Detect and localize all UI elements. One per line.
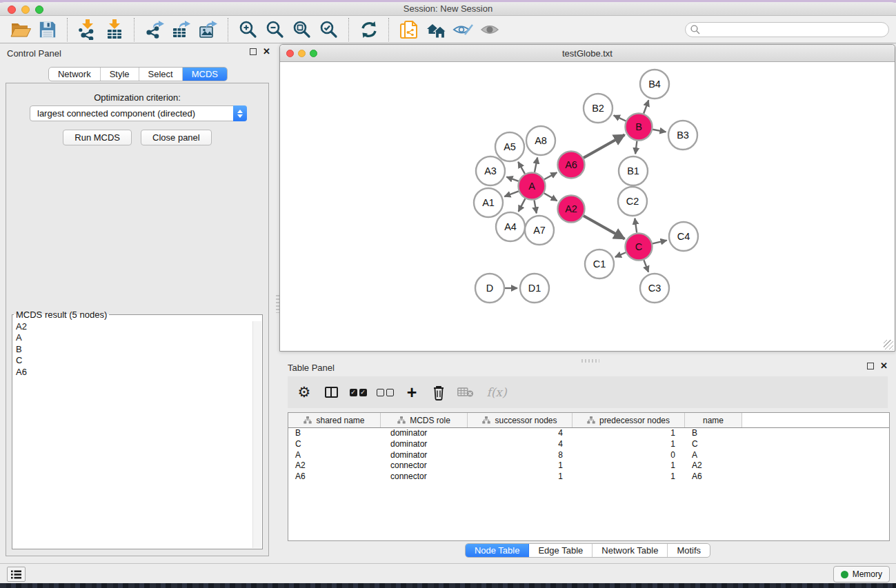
mcds-result-item[interactable]: A2 (13, 321, 252, 332)
mcds-result-item[interactable]: B (13, 344, 252, 355)
graph-node-B2[interactable]: B2 (584, 94, 613, 123)
graph-edge-A-A5[interactable] (518, 162, 525, 174)
table-cell[interactable]: 1 (573, 460, 685, 472)
save-session-icon[interactable] (36, 18, 59, 41)
zoom-out-icon[interactable] (263, 18, 286, 41)
graph-node-D[interactable]: D (475, 274, 504, 303)
graph-node-A5[interactable]: A5 (495, 132, 524, 161)
close-table-panel-icon[interactable]: ✕ (880, 363, 888, 369)
zoom-window-button[interactable] (35, 6, 43, 14)
mcds-result-item[interactable]: A (13, 332, 252, 343)
graph-node-C4[interactable]: C4 (669, 222, 698, 251)
graph-node-D1[interactable]: D1 (520, 274, 549, 303)
export-image-icon[interactable] (197, 18, 219, 41)
delete-column-icon[interactable] (430, 383, 447, 401)
table-cell[interactable]: 1 (573, 428, 685, 439)
tab-style[interactable]: Style (101, 68, 139, 81)
deselect-all-rows-icon[interactable] (377, 383, 393, 401)
search-input[interactable] (685, 22, 889, 37)
table-cell[interactable]: 8 (468, 450, 573, 461)
graph-edge-A-A8[interactable] (535, 158, 537, 172)
network-canvas[interactable]: B4B2BB3A5A8A3A6B1AA1C2A2A4A7C4CC1DD1C3 (280, 62, 895, 351)
mcds-result-item[interactable]: C (13, 355, 252, 366)
run-mcds-button[interactable]: Run MCDS (63, 130, 132, 145)
table-row[interactable]: A2connector11A2 (288, 460, 889, 472)
table-cell[interactable]: connector (381, 460, 468, 472)
export-network-icon[interactable] (143, 18, 166, 41)
table-cell[interactable]: A2 (288, 460, 381, 472)
table-cell[interactable]: 1 (573, 472, 685, 483)
graph-edge-A-A3[interactable] (506, 177, 518, 181)
table-row[interactable]: Adominator80A (288, 450, 889, 461)
graph-edge-B-B3[interactable] (653, 130, 666, 132)
tab-select[interactable]: Select (139, 68, 183, 81)
close-panel-icon[interactable]: ✕ (263, 48, 270, 55)
table-cell[interactable]: 4 (468, 439, 573, 450)
graph-node-C3[interactable]: C3 (640, 274, 669, 303)
graph-node-C1[interactable]: C1 (585, 250, 614, 278)
graph-edge-A-A4[interactable] (519, 199, 526, 212)
tab-node-table[interactable]: Node Table (466, 544, 530, 557)
graph-edge-A-A6[interactable] (544, 172, 557, 179)
graph-node-A2[interactable]: A2 (558, 196, 585, 223)
graph-node-B[interactable]: B (626, 114, 653, 141)
window-resize-grip[interactable] (884, 340, 893, 349)
show-columns-icon[interactable] (323, 383, 339, 401)
tab-edge-table[interactable]: Edge Table (529, 544, 593, 557)
column-header-successor-nodes[interactable]: successor nodes (468, 413, 573, 427)
graph-edge-A2-C[interactable] (584, 216, 625, 239)
function-builder-icon[interactable]: f(x) (484, 383, 509, 401)
zoom-selected-icon[interactable] (317, 18, 340, 41)
table-cell[interactable]: 0 (573, 450, 685, 461)
minimize-window-button[interactable] (21, 6, 30, 14)
zoom-fit-icon[interactable] (290, 18, 313, 41)
graph-node-A8[interactable]: A8 (526, 126, 555, 155)
graph-edge-C-C1[interactable] (615, 252, 626, 257)
show-hidden-icon[interactable] (478, 18, 501, 41)
graph-node-A3[interactable]: A3 (476, 156, 505, 185)
graph-node-A4[interactable]: A4 (496, 212, 525, 241)
table-cell[interactable]: 4 (468, 428, 573, 439)
table-cell[interactable]: connector (381, 472, 468, 483)
table-cell[interactable]: A6 (288, 472, 381, 483)
open-session-icon[interactable] (9, 18, 32, 41)
graph-node-A6[interactable]: A6 (558, 152, 585, 179)
graph-node-A[interactable]: A (519, 173, 546, 200)
new-network-from-selection-icon[interactable] (397, 18, 420, 41)
minimize-network-window-button[interactable] (298, 50, 306, 57)
task-history-button[interactable] (7, 567, 26, 582)
graph-edge-B-B1[interactable] (635, 141, 637, 154)
gear-icon[interactable]: ⚙ (296, 383, 312, 401)
graph-edge-C-C2[interactable] (635, 219, 637, 233)
table-cell[interactable]: dominator (381, 450, 468, 461)
table-row[interactable]: Cdominator41C (288, 439, 889, 450)
graph-edge-C-C4[interactable] (653, 241, 667, 244)
column-header-predecessor-nodes[interactable]: predecessor nodes (573, 413, 685, 427)
close-panel-button[interactable]: Close panel (141, 130, 212, 145)
table-row[interactable]: Bdominator41B (288, 428, 889, 439)
delete-table-icon[interactable] (457, 383, 474, 401)
tab-network-table[interactable]: Network Table (593, 544, 668, 557)
table-cell[interactable]: 1 (468, 472, 573, 483)
table-cell[interactable]: B (685, 428, 742, 439)
graph-edge-A-A7[interactable] (534, 200, 536, 213)
table-cell[interactable]: dominator (381, 428, 468, 439)
float-table-panel-icon[interactable] (867, 363, 874, 369)
graph-node-A1[interactable]: A1 (474, 188, 503, 217)
tab-motifs[interactable]: Motifs (668, 544, 710, 557)
import-network-icon[interactable] (76, 18, 99, 41)
houses-icon[interactable] (424, 18, 447, 41)
criterion-dropdown[interactable]: largest connected component (directed) (30, 105, 247, 121)
graph-edge-A-A2[interactable] (544, 193, 557, 201)
graph-edge-B-B2[interactable] (614, 115, 626, 121)
table-cell[interactable]: C (685, 439, 742, 450)
graph-node-B4[interactable]: B4 (640, 70, 669, 99)
export-table-icon[interactable] (170, 18, 192, 41)
graph-edge-A6-B[interactable] (584, 135, 625, 158)
memory-button[interactable]: Memory (833, 566, 890, 582)
select-all-rows-icon[interactable]: ✓✓ (350, 383, 366, 401)
table-row[interactable]: A6connector11A6 (288, 472, 889, 483)
table-cell[interactable]: dominator (381, 439, 468, 450)
graph-edge-B-B4[interactable] (644, 100, 648, 113)
graph-node-B1[interactable]: B1 (619, 156, 648, 185)
